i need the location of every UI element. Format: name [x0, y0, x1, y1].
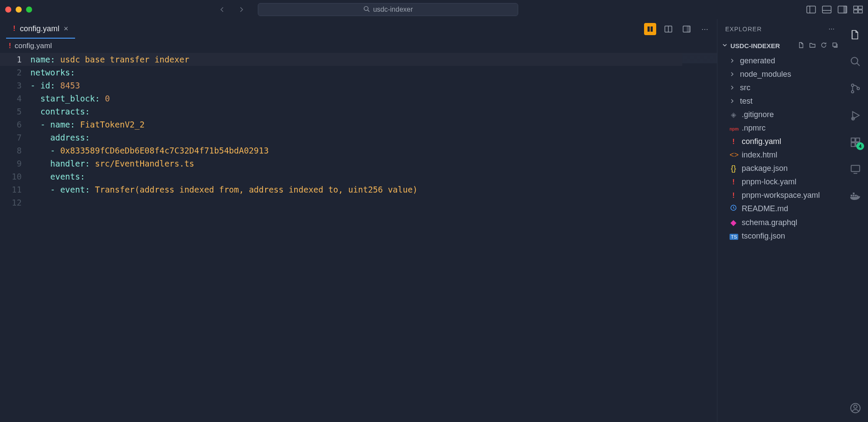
code-line[interactable]: contracts:	[30, 105, 717, 118]
svg-rect-30	[853, 195, 855, 196]
tree-folder[interactable]: test	[717, 95, 843, 108]
command-center[interactable]: usdc-indexer	[258, 3, 518, 16]
tree-item-label: tsconfig.json	[742, 232, 785, 241]
accounts-activity-icon[interactable]	[849, 402, 861, 414]
explorer-activity-icon[interactable]	[849, 29, 861, 41]
file-type-icon: !	[730, 177, 737, 186]
tree-file[interactable]: ◆schema.graphql	[717, 216, 843, 229]
tree-folder[interactable]: src	[717, 81, 843, 95]
code-line[interactable]: address:	[30, 131, 717, 144]
tree-file[interactable]: {}package.json	[717, 162, 843, 175]
tree-item-label: src	[740, 83, 750, 92]
tree-file[interactable]: README.md	[717, 202, 843, 216]
tree-item-label: .gitignore	[742, 110, 774, 119]
nav-arrows	[219, 6, 245, 13]
layout-controls	[806, 6, 863, 13]
file-type-icon: ◆	[730, 218, 737, 227]
chevron-right-icon	[730, 56, 736, 65]
search-activity-icon[interactable]	[849, 56, 861, 68]
tree-item-label: schema.graphql	[742, 218, 797, 227]
explorer-more-icon[interactable]: ⋯	[829, 26, 835, 33]
tree-item-label: config.yaml	[742, 137, 781, 146]
svg-rect-9	[854, 10, 858, 13]
svg-rect-29	[851, 195, 852, 196]
tree-item-label: README.md	[742, 204, 788, 213]
line-number: 8	[0, 144, 22, 157]
file-type-icon: <>	[730, 150, 737, 160]
tab-config-yaml[interactable]: ! config.yaml ×	[6, 20, 75, 39]
tree-file[interactable]: TStsconfig.json	[717, 229, 843, 243]
svg-rect-8	[858, 6, 862, 9]
file-type-icon	[730, 204, 737, 213]
collapse-all-icon[interactable]	[832, 42, 838, 50]
extensions-activity-icon[interactable]: 4	[849, 136, 861, 148]
tree-file[interactable]: <>index.html	[717, 148, 843, 162]
compare-changes-icon[interactable]	[644, 23, 656, 35]
close-window-button[interactable]	[5, 7, 11, 13]
svg-point-0	[364, 6, 368, 10]
code-line[interactable]	[30, 196, 717, 209]
svg-rect-24	[851, 138, 855, 142]
yaml-file-icon: !	[9, 42, 11, 50]
command-center-text: usdc-indexer	[373, 6, 413, 13]
svg-rect-26	[851, 143, 855, 147]
code-line[interactable]: start_block: 0	[30, 92, 717, 105]
line-number: 2	[0, 66, 22, 79]
minimap[interactable]	[682, 53, 717, 105]
tree-folder[interactable]: generated	[717, 54, 843, 68]
more-actions-icon[interactable]: ⋯	[699, 23, 711, 35]
tree-file[interactable]: npm.npmrc	[717, 121, 843, 135]
code-line[interactable]: handler: src/EventHandlers.ts	[30, 157, 717, 170]
source-control-activity-icon[interactable]	[849, 82, 861, 95]
customize-layout-icon[interactable]	[853, 6, 863, 13]
code-line[interactable]: - 0x833589fCD6eDb6E08f4c7C32D4f71b54bdA0…	[30, 144, 717, 157]
tree-file[interactable]: !config.yaml	[717, 135, 843, 148]
minimize-window-button[interactable]	[16, 7, 22, 13]
tree-folder[interactable]: node_modules	[717, 68, 843, 81]
toggle-secondary-sidebar-icon[interactable]	[838, 6, 847, 13]
toggle-primary-sidebar-icon[interactable]	[806, 6, 816, 13]
nav-back-icon[interactable]	[219, 6, 226, 13]
tree-file[interactable]: !pnpm-lock.yaml	[717, 175, 843, 189]
tree-item-label: node_modules	[740, 70, 791, 79]
line-number: 4	[0, 92, 22, 105]
svg-rect-3	[822, 6, 831, 13]
line-number: 7	[0, 131, 22, 144]
chevron-right-icon	[730, 83, 736, 92]
tab-close-icon[interactable]: ×	[64, 24, 69, 33]
maximize-window-button[interactable]	[26, 7, 32, 13]
activity-bar: 4	[843, 19, 868, 422]
open-preview-icon[interactable]	[662, 23, 674, 35]
svg-rect-31	[855, 195, 857, 196]
docker-activity-icon[interactable]	[849, 190, 861, 202]
tree-item-label: .npmrc	[742, 124, 766, 133]
folder-section-header[interactable]: USDC-INDEXER	[717, 39, 843, 52]
run-debug-activity-icon[interactable]	[849, 109, 861, 121]
line-number: 5	[0, 105, 22, 118]
code-line[interactable]: networks:	[30, 66, 717, 79]
search-icon	[363, 6, 370, 14]
toggle-panel-icon[interactable]	[822, 6, 832, 13]
svg-rect-7	[854, 6, 858, 9]
new-file-icon[interactable]	[798, 42, 805, 50]
tree-item-label: pnpm-workspace.yaml	[742, 191, 820, 200]
remote-activity-icon[interactable]	[849, 163, 861, 175]
code-line[interactable]: - event: Transfer(address indexed from, …	[30, 183, 717, 196]
new-folder-icon[interactable]	[809, 42, 816, 50]
breadcrumb[interactable]: ! config.yaml	[0, 39, 717, 53]
code-content[interactable]: name: usdc base transfer indexernetworks…	[30, 53, 717, 422]
svg-rect-16	[687, 26, 690, 32]
svg-point-20	[852, 84, 854, 86]
current-line-highlight	[0, 53, 682, 66]
code-editor[interactable]: 123456789101112 name: usdc base transfer…	[0, 53, 717, 422]
code-line[interactable]: - id: 8453	[30, 79, 717, 92]
code-line[interactable]: - name: FiatTokenV2_2	[30, 118, 717, 131]
tree-item-label: generated	[740, 56, 775, 65]
refresh-icon[interactable]	[820, 42, 827, 50]
nav-forward-icon[interactable]	[238, 6, 245, 13]
code-line[interactable]: events:	[30, 170, 717, 183]
split-editor-icon[interactable]	[681, 23, 693, 35]
tree-file[interactable]: !pnpm-workspace.yaml	[717, 189, 843, 202]
tree-file[interactable]: ◈.gitignore	[717, 108, 843, 121]
root-folder-name: USDC-INDEXER	[730, 42, 780, 49]
